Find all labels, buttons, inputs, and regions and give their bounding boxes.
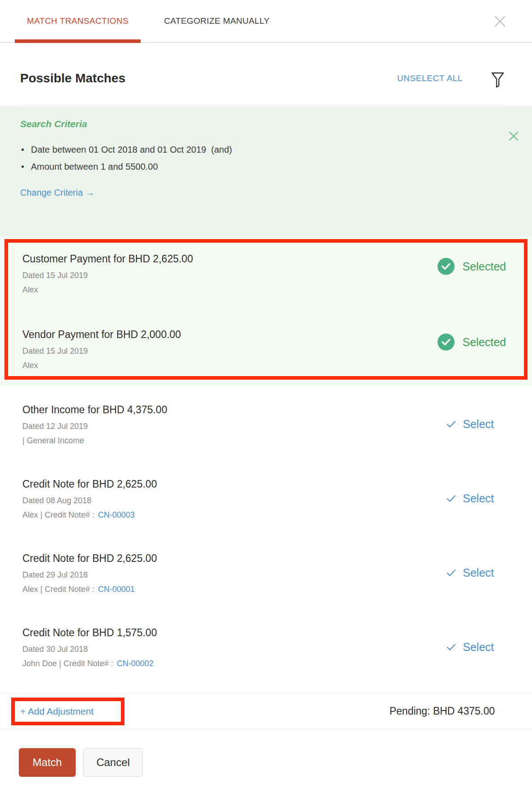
match-title: Credit Note for BHD 2,625.00 (22, 552, 157, 565)
select-label: Select (463, 418, 494, 431)
match-row-info: Credit Note for BHD 2,625.00 Dated 08 Au… (22, 478, 157, 519)
footer-bar: + Add Adjustment Pending: BHD 4375.00 (0, 693, 532, 729)
match-party: Alex | Credit Note# :CN-00003 (22, 510, 157, 519)
match-row: Credit Note for BHD 1,575.00 Dated 30 Ju… (22, 626, 494, 668)
match-row-info: Other Income for BHD 4,375.00 Dated 12 J… (22, 403, 167, 445)
change-criteria-link[interactable]: Change Criteria → (20, 188, 94, 198)
select-label: Select (463, 566, 494, 579)
match-title: Customer Payment for BHD 2,625.00 (22, 253, 193, 265)
check-icon (446, 495, 456, 502)
match-date: Dated 15 Jul 2019 (22, 347, 181, 355)
tab-match-transactions[interactable]: MATCH TRANSACTIONS (15, 0, 141, 42)
match-list: Other Income for BHD 4,375.00 Dated 12 J… (0, 386, 532, 668)
close-icon[interactable] (494, 15, 506, 27)
selected-badge[interactable]: Selected (438, 334, 506, 351)
match-party-text: Alex | Credit Note# : (22, 585, 94, 594)
select-button[interactable]: Select (446, 418, 494, 431)
selected-badge[interactable]: Selected (438, 258, 506, 275)
match-date: Dated 15 Jul 2019 (22, 271, 193, 280)
credit-note-link[interactable]: CN-00003 (98, 510, 135, 519)
check-circle-icon (438, 258, 455, 275)
credit-note-link[interactable]: CN-00002 (117, 659, 154, 668)
match-date: Dated 12 Jul 2019 (22, 422, 167, 431)
criteria-item-date: Date between 01 Oct 2018 and 01 Oct 2019… (20, 141, 512, 158)
selected-label: Selected (463, 336, 506, 349)
match-date: Dated 30 Jul 2018 (22, 645, 157, 654)
select-button[interactable]: Select (446, 641, 494, 654)
match-row-info: Vendor Payment for BHD 2,000.00 Dated 15… (22, 328, 181, 370)
search-criteria-panel: Search Criteria Date between 01 Oct 2018… (0, 106, 532, 236)
match-row: Other Income for BHD 4,375.00 Dated 12 J… (22, 403, 494, 445)
match-party: | General Income (22, 436, 167, 445)
dialog-actions: Match Cancel (19, 748, 532, 777)
select-button[interactable]: Select (446, 492, 494, 505)
match-date: Dated 08 Aug 2018 (22, 496, 157, 505)
check-icon (446, 420, 456, 428)
match-party-text: John Doe | Credit Note# : (22, 659, 113, 668)
match-row: Customer Payment for BHD 2,625.00 Dated … (22, 253, 506, 294)
possible-matches-header: Possible Matches UNSELECT ALL (0, 43, 532, 88)
page-title: Possible Matches (20, 69, 397, 87)
match-button[interactable]: Match (19, 748, 76, 777)
unselect-all-button[interactable]: UNSELECT ALL (397, 73, 463, 83)
match-party: John Doe | Credit Note# :CN-00002 (22, 659, 157, 668)
search-criteria-list: Date between 01 Oct 2018 and 01 Oct 2019… (20, 141, 512, 175)
pending-amount: Pending: BHD 4375.00 (390, 705, 495, 717)
search-criteria-title: Search Criteria (20, 119, 512, 129)
check-circle-icon (438, 334, 455, 351)
match-row-info: Credit Note for BHD 1,575.00 Dated 30 Ju… (22, 626, 157, 668)
add-adjustment-link[interactable]: + Add Adjustment (20, 706, 94, 717)
criteria-item-amount: Amount between 1 and 5500.00 (20, 158, 512, 175)
match-party: Alex (22, 361, 181, 370)
select-label: Select (463, 641, 494, 654)
match-row: Vendor Payment for BHD 2,000.00 Dated 15… (22, 328, 506, 370)
selected-matches-group: Customer Payment for BHD 2,625.00 Dated … (0, 236, 532, 386)
match-party: Alex | Credit Note# :CN-00001 (22, 585, 157, 594)
match-title: Credit Note for BHD 1,575.00 (22, 626, 157, 639)
selected-label: Selected (463, 260, 506, 273)
match-title: Credit Note for BHD 2,625.00 (22, 478, 157, 490)
select-label: Select (463, 492, 494, 505)
check-icon (446, 643, 456, 651)
select-button[interactable]: Select (446, 566, 494, 579)
tab-categorize-manually[interactable]: CATEGORIZE MANUALLY (164, 16, 270, 26)
header-divider (20, 105, 505, 105)
dialog-tab-bar: MATCH TRANSACTIONS CATEGORIZE MANUALLY (0, 0, 532, 43)
match-row-info: Customer Payment for BHD 2,625.00 Dated … (22, 253, 193, 294)
match-date: Dated 29 Jul 2018 (22, 570, 157, 579)
check-icon (446, 569, 456, 577)
match-row: Credit Note for BHD 2,625.00 Dated 08 Au… (22, 478, 494, 519)
filter-icon[interactable] (490, 72, 505, 88)
match-row: Credit Note for BHD 2,625.00 Dated 29 Ju… (22, 552, 494, 594)
match-row-info: Credit Note for BHD 2,625.00 Dated 29 Ju… (22, 552, 157, 594)
match-party: Alex (22, 285, 193, 294)
criteria-close-icon[interactable] (509, 131, 519, 141)
match-party-text: Alex | Credit Note# : (22, 510, 94, 519)
credit-note-link[interactable]: CN-00001 (98, 585, 135, 594)
match-title: Vendor Payment for BHD 2,000.00 (22, 328, 181, 341)
match-title: Other Income for BHD 4,375.00 (22, 403, 167, 416)
cancel-button[interactable]: Cancel (83, 748, 143, 777)
